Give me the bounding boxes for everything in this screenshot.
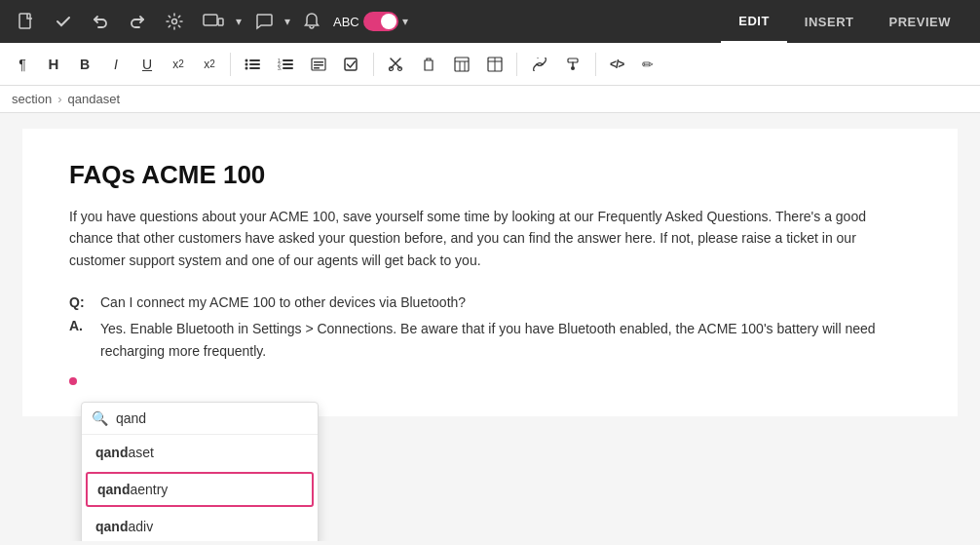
autocomplete-match-bold-3: qand (95, 519, 128, 534)
unordered-list-btn[interactable] (237, 52, 268, 77)
tab-insert[interactable]: INSERT (787, 0, 872, 43)
breadcrumb-arrow: › (57, 92, 61, 106)
pilcrow-btn[interactable]: ¶ (8, 51, 37, 78)
breadcrumb-section[interactable]: section (12, 92, 52, 106)
svg-rect-23 (455, 58, 469, 71)
toggle-dropdown-arrow[interactable]: ▾ (402, 15, 408, 28)
editor-area: FAQs ACME 100 If you have questions abou… (22, 129, 958, 416)
autocomplete-item-qandaset[interactable]: qandaset (82, 435, 318, 470)
blockquote-icon (311, 58, 326, 71)
fmt-sep-3 (516, 53, 517, 76)
responsive-dropdown-arrow[interactable]: ▾ (236, 15, 242, 28)
bold-btn[interactable]: B (70, 51, 99, 78)
check-icon-btn[interactable] (49, 9, 78, 34)
faq-a-text-1: Yes. Enable Bluetooth in Settings > Conn… (100, 318, 911, 362)
faq-answer-1: A. Yes. Enable Bluetooth in Settings > C… (69, 318, 911, 362)
format-toolbar: ¶ H B I U x2 x2 1. 2. 3. (0, 43, 980, 86)
toggle-knob (381, 14, 396, 29)
toggle-switch[interactable] (363, 12, 398, 31)
svg-point-8 (245, 66, 248, 69)
faq-q-text-1: Can I connect my ACME 100 to other devic… (100, 294, 466, 310)
settings-icon (166, 13, 183, 30)
doc-intro: If you have questions about your ACME 10… (69, 206, 911, 271)
cut-icon (388, 57, 403, 72)
subscript-btn[interactable]: x2 (195, 52, 224, 77)
svg-rect-5 (249, 59, 260, 61)
ul-icon (245, 58, 260, 71)
redo-icon (129, 13, 146, 30)
autocomplete-item-qandadiv[interactable]: qandadiv (82, 509, 318, 541)
link-btn[interactable] (523, 52, 556, 77)
ordered-list-btn[interactable]: 1. 2. 3. (270, 52, 301, 77)
autocomplete-search-bar: 🔍 (82, 403, 318, 435)
comment-icon-btn[interactable] (249, 9, 279, 34)
svg-rect-2 (204, 15, 217, 25)
svg-rect-13 (283, 63, 293, 65)
heading-btn[interactable]: H (39, 50, 68, 78)
comment-icon (255, 13, 273, 30)
responsive-icon-btn[interactable] (197, 9, 230, 34)
mode-tabs: EDIT INSERT PREVIEW (721, 0, 968, 43)
autocomplete-suffix-1: aset (128, 445, 153, 460)
check-icon (55, 13, 72, 30)
svg-text:3.: 3. (278, 65, 282, 71)
comment-dropdown-arrow[interactable]: ▾ (284, 15, 290, 28)
redo-icon-btn[interactable] (123, 9, 152, 34)
paint-btn[interactable] (558, 51, 589, 78)
spellcheck-toggle[interactable]: ABC ▾ (333, 12, 408, 31)
svg-point-6 (245, 62, 248, 65)
undo-icon-btn[interactable] (86, 9, 115, 34)
responsive-icon (203, 13, 224, 30)
file-icon (18, 13, 35, 30)
svg-point-31 (571, 66, 575, 70)
autocomplete-search-input[interactable] (116, 410, 308, 426)
tab-preview[interactable]: PREVIEW (872, 0, 968, 43)
file-icon-btn[interactable] (12, 9, 41, 34)
svg-rect-9 (249, 67, 260, 69)
superscript-btn[interactable]: x2 (164, 52, 193, 77)
fmt-sep-1 (230, 53, 231, 76)
faq-q-label-1: Q: (69, 294, 89, 310)
paste-btn[interactable] (413, 51, 444, 78)
table-col-btn[interactable] (479, 51, 510, 78)
faq-a-label-1: A. (69, 318, 89, 362)
svg-rect-15 (283, 67, 293, 69)
italic-btn[interactable]: I (101, 51, 131, 78)
search-icon: 🔍 (92, 410, 108, 426)
svg-point-1 (172, 19, 177, 24)
faq-item-1: Q: Can I connect my ACME 100 to other de… (69, 294, 911, 362)
autocomplete-dropdown: 🔍 qandaset qandaentry qandadiv (81, 402, 319, 541)
autocomplete-match-bold-2: qand (97, 482, 130, 497)
table-col-icon (487, 57, 503, 72)
cut-btn[interactable] (380, 51, 411, 78)
edit-btn[interactable]: ✏ (633, 51, 662, 78)
breadcrumb-qandaset[interactable]: qandaset (68, 92, 121, 106)
code-btn[interactable]: </> (602, 52, 631, 77)
bell-icon-btn[interactable] (298, 9, 325, 34)
ol-icon: 1. 2. 3. (278, 58, 293, 71)
autocomplete-item-qandaentry[interactable]: qandaentry (86, 472, 314, 507)
blockquote-btn[interactable] (303, 52, 334, 77)
bell-icon (304, 13, 320, 30)
link-icon (531, 58, 548, 71)
undo-icon (92, 13, 109, 30)
checkbox-btn[interactable] (336, 52, 367, 77)
checkbox-icon (344, 58, 359, 71)
svg-rect-7 (249, 63, 260, 65)
svg-rect-18 (314, 64, 323, 66)
top-toolbar: ▾ ▾ ABC ▾ EDIT INSERT PREVIEW (0, 0, 980, 43)
tab-edit[interactable]: EDIT (721, 0, 787, 43)
svg-rect-19 (314, 67, 320, 69)
table-btn[interactable] (446, 51, 477, 78)
table-icon (454, 57, 470, 72)
doc-title: FAQs ACME 100 (69, 160, 911, 190)
svg-rect-3 (218, 19, 223, 25)
autocomplete-suffix-2: aentry (130, 482, 168, 497)
settings-icon-btn[interactable] (160, 9, 189, 34)
breadcrumb: section › qandaset (0, 86, 980, 113)
underline-btn[interactable]: U (132, 51, 162, 78)
abc-label: ABC (333, 15, 359, 29)
svg-point-4 (245, 58, 248, 61)
autocomplete-suffix-3: adiv (128, 519, 153, 534)
fmt-sep-2 (373, 53, 374, 76)
